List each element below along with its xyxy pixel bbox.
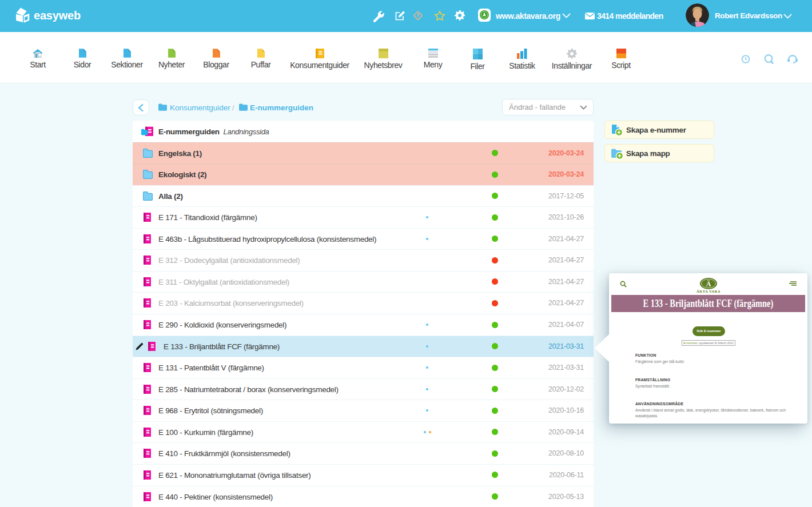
svg-text:Ä: Ä [706,280,711,288]
